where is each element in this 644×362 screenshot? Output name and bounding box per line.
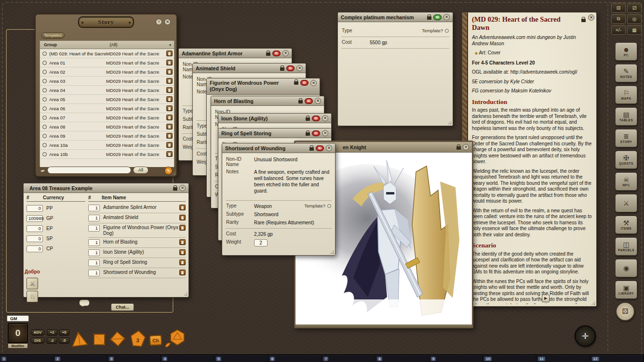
- dis-button[interactable]: DIS: [30, 337, 45, 344]
- item-titlebar[interactable]: Animated Shield ID ✕: [193, 64, 306, 73]
- id-badge[interactable]: ID: [305, 98, 313, 104]
- link-icon[interactable]: [166, 151, 173, 157]
- d6-die[interactable]: [89, 330, 107, 348]
- item-count[interactable]: 1: [88, 205, 100, 211]
- story-list-item[interactable]: Area 10b MD029 Heart of the Sacre: [40, 150, 174, 159]
- plus5-button[interactable]: +5: [59, 329, 69, 336]
- hotbar-slot[interactable]: 2: [54, 355, 107, 362]
- radio-icon[interactable]: [42, 143, 47, 147]
- d8-die[interactable]: [108, 330, 127, 348]
- currency-amount[interactable]: 0: [27, 205, 43, 212]
- story-list-item[interactable]: Area 04 MD029 Heart of the Sacre: [40, 86, 174, 95]
- hotbar-slot[interactable]: 7: [322, 355, 376, 362]
- item-token-icon[interactable]: ♘: [27, 291, 38, 302]
- field-value[interactable]: Shortsword: [254, 211, 331, 218]
- close-icon[interactable]: ✕: [310, 80, 317, 86]
- hotbar-slot[interactable]: 8: [376, 355, 429, 362]
- edit-button[interactable]: ✎: [164, 167, 173, 175]
- lock-icon[interactable]: [266, 52, 270, 56]
- story-window-title[interactable]: Story: [78, 16, 134, 28]
- sidebar-button[interactable]: ✎ NOTES: [615, 64, 637, 82]
- toolbar-button[interactable]: ⚄: [611, 3, 626, 13]
- sidebar-button[interactable]: ▤ TABLES: [615, 107, 637, 126]
- radio-icon[interactable]: [42, 125, 47, 129]
- close-icon[interactable]: ✕: [463, 144, 469, 150]
- radio-icon[interactable]: [42, 70, 47, 74]
- link-icon[interactable]: [166, 78, 173, 84]
- hotbar-slot[interactable]: 5: [215, 355, 268, 362]
- close-icon[interactable]: ✕: [322, 130, 328, 136]
- item-link-icon[interactable]: [179, 239, 186, 245]
- field-value[interactable]: Rare (Requires Attunement): [254, 220, 331, 226]
- template-radio[interactable]: [327, 204, 331, 208]
- item-link-icon[interactable]: [179, 225, 186, 231]
- sidebar-button[interactable]: ⚔: [615, 194, 637, 212]
- id-badge[interactable]: ID: [316, 145, 324, 151]
- toolbar-button[interactable]: ⚂: [627, 3, 642, 13]
- d20-die[interactable]: [164, 328, 187, 348]
- story-list-item[interactable]: Area 06 MD029 Heart of the Sacre: [40, 104, 174, 113]
- item-titlebar[interactable]: Adamantine Splint Armor ID ✕: [179, 49, 292, 58]
- help-button[interactable]: ?: [156, 19, 162, 25]
- item-count[interactable]: 1: [88, 249, 100, 256]
- item-link-icon[interactable]: [179, 249, 186, 255]
- currency-amount[interactable]: 0: [27, 246, 43, 252]
- item-token-icon[interactable]: ⚔: [27, 278, 38, 289]
- play-button[interactable]: ▶: [542, 295, 550, 302]
- close-icon[interactable]: ✕: [443, 14, 450, 20]
- id-badge[interactable]: ID: [312, 130, 320, 136]
- lock-icon[interactable]: [456, 146, 461, 150]
- radio-icon[interactable]: [42, 52, 47, 56]
- sidebar-button[interactable]: ▣ LIBRARY: [615, 281, 637, 299]
- radio-icon[interactable]: [42, 79, 47, 83]
- field-value[interactable]: 2,326 gp: [254, 231, 331, 237]
- search-input[interactable]: [47, 167, 131, 174]
- link-icon[interactable]: [166, 60, 173, 65]
- hotbar-slot[interactable]: 3: [107, 355, 161, 362]
- weight-box[interactable]: 2: [254, 239, 268, 246]
- sidebar-button[interactable]: ≣ STORY: [615, 129, 637, 147]
- hotbar-slot[interactable]: 12: [590, 355, 644, 362]
- radio-icon[interactable]: [42, 88, 47, 92]
- close-icon[interactable]: ✕: [296, 65, 303, 71]
- link-icon[interactable]: [166, 133, 173, 139]
- item-titlebar[interactable]: Horn of Blasting ID ✕: [211, 96, 324, 106]
- parcel-titlebar[interactable]: Area 08 Treasure Example ✕: [24, 183, 188, 193]
- link-icon[interactable]: [166, 51, 173, 56]
- sidebar-button[interactable]: ✠ QUESTS: [615, 151, 637, 169]
- story-list-item[interactable]: Area 09 MD029 Heart of the Sacre: [40, 131, 174, 141]
- id-badge[interactable]: ID: [300, 80, 309, 86]
- radio-icon[interactable]: [42, 134, 47, 138]
- sidebar-button[interactable]: ⚒ ITEMS: [615, 216, 637, 234]
- resize-grip[interactable]: [329, 249, 334, 254]
- story-list-item[interactable]: Area 05 MD029 Heart of the Sacre: [40, 95, 174, 104]
- item-count[interactable]: 1: [88, 270, 100, 276]
- close-icon[interactable]: ✕: [322, 115, 328, 121]
- link-icon[interactable]: [166, 124, 173, 129]
- story-list-item[interactable]: Area 08 MD029 Heart of the Sacre: [40, 122, 174, 131]
- minus2-button[interactable]: -2: [47, 337, 57, 344]
- item-link-icon[interactable]: [179, 205, 186, 210]
- currency-amount[interactable]: 0: [27, 225, 43, 232]
- sidebar-button[interactable]: ⚐ MAPS: [615, 86, 637, 104]
- toolbar-button[interactable]: ▦: [627, 25, 642, 35]
- lock-icon[interactable]: [173, 187, 177, 191]
- lock-icon[interactable]: [306, 132, 310, 136]
- pointer-mode-button[interactable]: ✛: [575, 325, 596, 347]
- resize-grip[interactable]: [182, 291, 188, 296]
- id-badge[interactable]: ID: [312, 116, 320, 121]
- story-list-item[interactable]: Area 10a MD029 Heart of the Sacre: [40, 141, 174, 150]
- radio-icon[interactable]: [42, 152, 47, 156]
- item-link-icon[interactable]: [179, 215, 186, 220]
- lock-icon[interactable]: [294, 81, 298, 85]
- story-list-item[interactable]: Area 07 MD029 Heart of the Sacre: [40, 113, 174, 122]
- id-badge[interactable]: ID: [272, 51, 281, 56]
- hotbar-slot[interactable]: 10: [483, 355, 537, 362]
- chevron-down-icon[interactable]: ▾: [166, 43, 174, 47]
- close-icon[interactable]: ✕: [179, 185, 186, 191]
- field-value[interactable]: Unusual Shortsword: [254, 156, 331, 163]
- sidebar-button[interactable]: ◉: [615, 259, 637, 277]
- item-titlebar[interactable]: Ring of Spell Storing ID ✕: [218, 129, 331, 138]
- item-count[interactable]: 1: [88, 225, 100, 232]
- item-link-icon[interactable]: [179, 259, 186, 265]
